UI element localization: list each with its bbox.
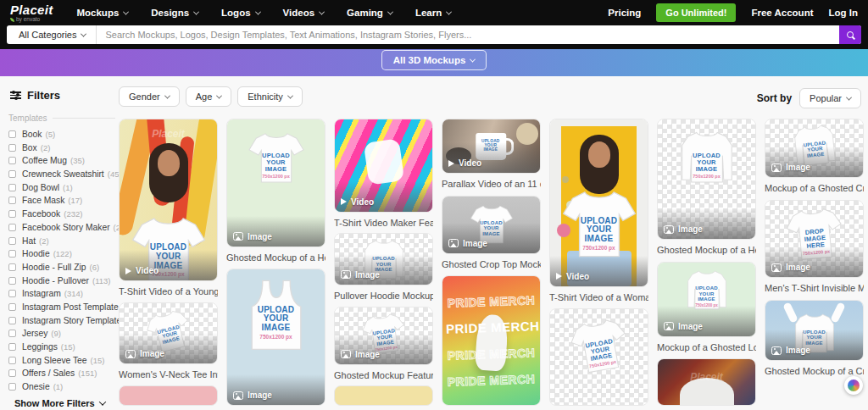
checkbox-icon: [8, 210, 16, 218]
mockup-preview: Placeit: [658, 359, 755, 405]
mockup-title[interactable]: Pullover Hoodie Mockup of a G...: [334, 290, 433, 301]
mockup-card[interactable]: UPLOAD YOUR IMAGE Image: [334, 233, 433, 285]
search-button[interactable]: [839, 25, 861, 44]
mockup-card[interactable]: [119, 385, 218, 406]
free-account-link[interactable]: Free Account: [751, 8, 813, 18]
ethnicity-filter-dropdown[interactable]: Ethnicity: [237, 86, 303, 107]
filter-face-mask[interactable]: Face Mask(17): [8, 196, 115, 205]
filter-long-sleeve-tee[interactable]: Long Sleeve Tee(15): [8, 356, 115, 365]
mockup-title[interactable]: T-Shirt Video of a Young Woma...: [119, 285, 218, 296]
video-badge: Video: [448, 158, 481, 168]
filter-jersey[interactable]: Jersey(9): [8, 329, 115, 338]
mockup-preview: UPLOAD YOUR IMAGE750x1200 px: [550, 309, 648, 405]
filter-facebook[interactable]: Facebook(232): [8, 209, 115, 219]
filter-hat[interactable]: Hat(2): [8, 236, 115, 246]
mockup-card[interactable]: UPLOAD YOUR IMAGE750x1200 px Image: [226, 119, 326, 247]
mockup-title[interactable]: Ghosted Crop Top Mockup Fea...: [442, 258, 541, 269]
image-badge: Image: [664, 322, 703, 331]
mockup-card[interactable]: Video: [334, 119, 433, 213]
mockup-preview: UPLOAD YOUR IMAGE750x1200 px: [227, 119, 325, 247]
mockup-title[interactable]: Mockup of a Ghosted Long Sle...: [657, 341, 756, 352]
filter-leggings[interactable]: Leggings(15): [8, 342, 115, 352]
image-icon: [448, 239, 459, 247]
mockup-title[interactable]: Ghosted Mockup of a Heathere...: [226, 252, 326, 263]
nav-learn[interactable]: Learn: [415, 8, 451, 18]
gender-filter-dropdown[interactable]: Gender: [119, 86, 180, 107]
accessibility-widget-button[interactable]: [844, 376, 863, 395]
show-more-filters-button[interactable]: Show More Filters: [14, 398, 115, 408]
image-icon: [233, 391, 243, 400]
templates-section-header: Templates: [8, 114, 115, 123]
checkbox-icon: [8, 144, 16, 152]
mockup-card[interactable]: UPLOAD YOUR IMAGE Image: [442, 196, 541, 254]
checkbox-icon: [8, 250, 16, 258]
nav-mockups[interactable]: Mockups: [76, 8, 128, 18]
image-icon: [125, 350, 136, 358]
mockup-title[interactable]: Parallax Video of an 11 oz Coff...: [442, 178, 541, 189]
mockup-grid: Placeit UPLOAD YOUR IMAGE750x1200 px Vid…: [119, 119, 868, 410]
mockup-card[interactable]: UPLOAD YOUR IMAGE750x1200 px Image: [334, 307, 433, 365]
pricing-link[interactable]: Pricing: [608, 8, 641, 18]
category-dropdown[interactable]: All Categories: [7, 25, 97, 44]
image-icon: [341, 350, 351, 358]
filter-onesie[interactable]: Onesie(1): [8, 382, 115, 391]
age-filter-dropdown[interactable]: Age: [186, 86, 232, 107]
sort-dropdown[interactable]: Popular: [799, 88, 861, 108]
image-badge: Image: [341, 350, 380, 359]
filter-hoodie-full-zip[interactable]: Hoodie - Full Zip(6): [8, 263, 115, 272]
mockup-card[interactable]: UPLOAD YOUR IMAGE Image: [765, 300, 864, 361]
mockup-card[interactable]: Placeit UPLOAD YOUR IMAGE750x1200 px Vid…: [119, 119, 218, 281]
mockup-card[interactable]: UPLOAD YOUR IMAGE750x1200 px Image: [226, 269, 326, 406]
filters-icon: [10, 90, 21, 101]
filter-coffee-mug[interactable]: Coffee Mug(35): [8, 156, 115, 165]
filter-book[interactable]: Book(5): [8, 130, 115, 139]
image-badge: Image: [448, 239, 487, 248]
nav-designs[interactable]: Designs: [151, 8, 198, 18]
filter-dog-bowl[interactable]: Dog Bowl(1): [8, 183, 115, 192]
filter-offers-sales[interactable]: Offers / Sales(151): [8, 368, 115, 378]
mockup-card[interactable]: UPLOAD YOUR IMAGE750x1200 px Image: [657, 262, 756, 337]
mockup-title[interactable]: Ghosted Mockup of a Heather ...: [657, 244, 756, 255]
mockup-card[interactable]: UPLOAD YOUR IMAGE750x1200 px Video: [549, 119, 648, 287]
mockup-title[interactable]: Mockup of a Ghosted Crewnec...: [765, 182, 864, 194]
play-icon: [556, 273, 562, 280]
search-input[interactable]: [97, 25, 839, 44]
mockup-card[interactable]: UPLOAD YOUR IMAGE Image: [765, 119, 864, 178]
mockup-title[interactable]: Women's V-Neck Tee Invisible ...: [119, 368, 218, 380]
filter-hoodie[interactable]: Hoodie(122): [8, 249, 115, 258]
checkbox-icon: [8, 357, 16, 364]
mockup-title[interactable]: Ghosted Mockup Featuring a C...: [334, 369, 433, 380]
all-3d-mockups-button[interactable]: All 3D Mockups: [381, 50, 487, 70]
mockup-title[interactable]: Ghosted Mockup of a Crewnec...: [765, 365, 864, 377]
chevron-down-icon: [164, 92, 170, 98]
mockup-title[interactable]: T-Shirt Video Maker Featuring ...: [334, 217, 433, 228]
filter-box[interactable]: Box(2): [8, 143, 115, 152]
mockup-card[interactable]: PRIDE MERCH PRIDE MERCH PRIDE MERCH PRID…: [442, 275, 541, 406]
nav-logos[interactable]: Logos: [221, 8, 260, 18]
mockup-card[interactable]: UPLOAD YOUR IMAGE Video: [442, 119, 541, 174]
nav-videos[interactable]: Videos: [283, 8, 325, 18]
brand-name: Placeit: [10, 3, 53, 16]
filter-facebook-story-maker[interactable]: Facebook Story Maker(238): [8, 223, 115, 232]
filter-instagram-post-template[interactable]: Instagram Post Template(3): [8, 302, 115, 312]
filter-crewneck-sweatshirt[interactable]: Crewneck Sweatshirt(45): [8, 169, 115, 179]
mockup-title[interactable]: T-Shirt Video of a Woman Feat...: [549, 291, 648, 302]
mockup-preview: PRIDE MERCH PRIDE MERCH PRIDE MERCH PRID…: [442, 276, 540, 405]
mockup-preview: UPLOAD YOUR IMAGE750x1200 px: [227, 269, 325, 405]
play-icon: [448, 160, 454, 167]
mockup-card[interactable]: Placeit: [657, 358, 756, 406]
mockup-card[interactable]: UPLOAD YOUR IMAGE Image: [119, 302, 218, 364]
filter-instagram[interactable]: Instagram(314): [8, 289, 115, 298]
mockup-card[interactable]: DROP IMAGE HERE750x1200 px Image: [765, 200, 864, 278]
mockup-card[interactable]: [334, 385, 433, 406]
placeit-logo[interactable]: Placeit by envato: [10, 3, 53, 23]
mockup-card[interactable]: UPLOAD YOUR IMAGE750x1200 px: [549, 308, 648, 406]
nav-gaming[interactable]: Gaming: [347, 8, 392, 18]
filter-instagram-story-template[interactable]: Instagram Story Template(259): [8, 316, 115, 325]
mockup-card[interactable]: UPLOAD YOUR IMAGE750x1200 px Image: [657, 119, 756, 240]
image-badge: Image: [233, 391, 272, 400]
go-unlimited-button[interactable]: Go Unlimited!: [656, 3, 736, 22]
filter-hoodie-pullover[interactable]: Hoodie - Pullover(113): [8, 276, 115, 285]
login-link[interactable]: Log In: [829, 8, 859, 18]
mockup-title[interactable]: Men's T-Shirt Invisible Model M...: [765, 282, 864, 294]
